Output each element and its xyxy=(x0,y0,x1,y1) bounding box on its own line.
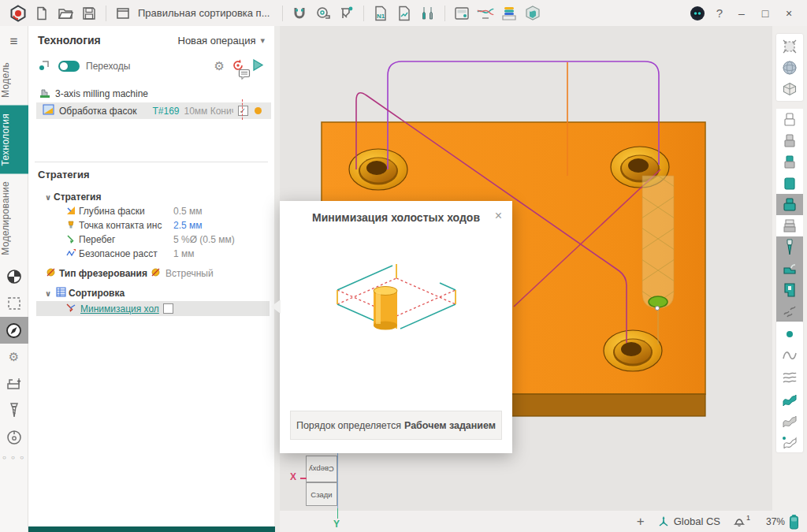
param-row-overrun[interactable]: Перебег 5 %Ø (0.5 мм) xyxy=(28,233,274,247)
surface-gray-icon[interactable] xyxy=(776,408,803,430)
nc-program-icon[interactable]: N1 xyxy=(369,4,392,23)
tools-library-icon[interactable] xyxy=(416,4,440,23)
show-toolpath-icon[interactable] xyxy=(776,300,803,322)
show-tool-icon[interactable] xyxy=(776,236,803,258)
panel-title: Технология xyxy=(38,34,101,47)
collapse-caret-icon[interactable]: ∨ xyxy=(43,193,54,202)
milling-type-icon xyxy=(46,267,56,280)
operation-tree-item-selected[interactable]: Обработка фасок T#169 10мм Конич ✓ xyxy=(36,102,271,119)
new-operation-dropdown[interactable]: Новая операция xyxy=(178,35,256,47)
view-cube[interactable]: Сверху Сзади X Y xyxy=(303,453,359,528)
collapse-caret-icon[interactable]: ∨ xyxy=(43,289,54,298)
minimize-air-moves-link[interactable]: Минимизация хол xyxy=(80,303,159,314)
coordinate-system-selector[interactable]: Global CS xyxy=(657,515,720,528)
param-row-chamfer-depth[interactable]: Глубина фаски 0.5 мм xyxy=(28,204,274,218)
stock-cylinder-icon[interactable] xyxy=(776,173,803,194)
navigator-compass-icon[interactable] xyxy=(0,317,28,344)
transitions-toggle[interactable] xyxy=(58,61,80,72)
milling-type-value[interactable]: Встречный xyxy=(165,268,214,279)
workpiece-gray-icon[interactable] xyxy=(776,130,803,151)
param-value[interactable]: 0.5 мм xyxy=(173,206,203,217)
operation-settings-icon[interactable]: ⚙ xyxy=(214,59,225,73)
new-file-button[interactable] xyxy=(30,4,54,23)
toggle-knob xyxy=(59,61,69,71)
workpiece-teal-top-icon[interactable] xyxy=(776,151,803,173)
measure-tape-icon[interactable] xyxy=(311,4,335,23)
selection-box-icon[interactable] xyxy=(0,290,28,317)
report-icon[interactable] xyxy=(392,4,416,23)
milling-type-row[interactable]: Тип фрезерования Встречный xyxy=(28,266,274,281)
tab-modeling[interactable]: Моделирование xyxy=(0,173,28,263)
more-tools-button[interactable]: ○ ○ ○ xyxy=(2,454,25,461)
axis-y-line xyxy=(337,508,338,519)
bell-icon xyxy=(733,515,746,528)
fit-view-icon[interactable] xyxy=(776,35,803,57)
calculator-icon[interactable] xyxy=(450,4,474,23)
param-label: Глубина фаски xyxy=(79,206,173,217)
machine-tree-item[interactable]: 3-axis milling machine xyxy=(28,86,274,102)
hole-top-left[interactable] xyxy=(349,149,407,190)
document-title[interactable]: Правильная сортировка п... xyxy=(138,7,270,19)
tab-technology[interactable]: Технология xyxy=(0,106,28,174)
view-cube-top-face[interactable]: Сверху xyxy=(306,456,337,482)
param-row-safe-distance[interactable]: Безопасное расст 1 мм xyxy=(28,247,274,261)
magnet-snap-icon[interactable] xyxy=(288,4,311,23)
view-cube-front-face[interactable]: Сзади xyxy=(306,482,337,506)
save-button[interactable] xyxy=(77,4,101,23)
minimize-checkbox-unchecked[interactable] xyxy=(163,303,173,314)
strategy-group-row[interactable]: ∨ Стратегия xyxy=(28,190,274,204)
footer-text: Порядок определяется xyxy=(296,420,401,431)
show-fixture-icon[interactable] xyxy=(776,258,803,279)
settings-gear-icon[interactable]: ⚙ xyxy=(0,344,28,370)
surface-teal-icon[interactable] xyxy=(776,387,803,408)
notifications-button[interactable]: 1 xyxy=(733,515,753,528)
param-label: Безопасное расст xyxy=(79,248,173,259)
wireframe-box-icon[interactable] xyxy=(776,78,803,99)
param-value-highlighted[interactable]: 2.5 мм xyxy=(173,220,203,231)
body-row: ≡ Модель Технология Моделирование ⚙ xyxy=(0,26,807,532)
gauge-icon[interactable] xyxy=(0,424,28,451)
close-button[interactable]: × xyxy=(777,7,801,20)
open-file-button[interactable] xyxy=(54,4,77,23)
param-row-contact-point[interactable]: Точка контакта инс 2.5 мм xyxy=(28,218,274,233)
shaded-sphere-icon[interactable] xyxy=(776,57,803,78)
sorting-group-row[interactable]: ∨ Сортировка xyxy=(28,286,274,300)
datum-mark-icon[interactable] xyxy=(0,263,28,290)
tool-tip xyxy=(649,296,668,307)
operation-checkbox-checked[interactable]: ✓ xyxy=(238,106,248,116)
window-icon xyxy=(111,4,135,23)
part-layered-icon[interactable] xyxy=(776,215,803,236)
transitions-icon[interactable] xyxy=(38,58,52,75)
tab-model[interactable]: Модель xyxy=(0,54,28,106)
show-machine-icon[interactable] xyxy=(776,279,803,300)
popup-close-icon[interactable]: × xyxy=(495,210,502,222)
battery-icon xyxy=(789,514,799,530)
curve-display-icon[interactable] xyxy=(776,344,803,366)
add-cs-button[interactable]: + xyxy=(637,514,645,530)
assistant-robot-icon[interactable] xyxy=(686,4,709,23)
comment-icon[interactable] xyxy=(238,69,251,83)
maximize-button[interactable]: □ xyxy=(753,7,777,20)
param-value[interactable]: 5 %Ø (0.5 мм) xyxy=(173,234,235,245)
layers-stack-icon[interactable] xyxy=(497,4,521,23)
surfaces-stack-icon[interactable] xyxy=(776,366,803,387)
run-simulation-icon[interactable] xyxy=(251,58,265,74)
machine-setup-icon[interactable] xyxy=(0,370,28,397)
minimize-button[interactable]: – xyxy=(730,7,753,20)
help-button[interactable]: ? xyxy=(709,6,730,20)
menu-icon[interactable]: ≡ xyxy=(10,34,18,50)
param-value[interactable]: 1 мм xyxy=(173,248,195,259)
tool-drill-icon[interactable] xyxy=(0,397,28,424)
part-display-selected-icon[interactable] xyxy=(776,194,803,215)
hole-bottom-right[interactable] xyxy=(604,330,662,371)
analytics-curves-icon[interactable] xyxy=(474,4,497,23)
simulation-box-icon[interactable] xyxy=(521,4,545,23)
surface-flag-icon[interactable] xyxy=(776,430,803,451)
chevron-down-icon[interactable]: ▾ xyxy=(260,35,265,46)
viewport-3d[interactable]: Сверху Сзади X Y Минимизация холостых хо… xyxy=(280,26,772,511)
minimize-air-moves-row[interactable]: Минимизация хол xyxy=(36,301,270,316)
caliper-icon[interactable] xyxy=(335,4,359,23)
point-display-icon[interactable] xyxy=(776,323,803,344)
workpiece-hidden-icon[interactable] xyxy=(776,109,803,130)
resource-indicator[interactable]: 37% xyxy=(766,514,799,530)
